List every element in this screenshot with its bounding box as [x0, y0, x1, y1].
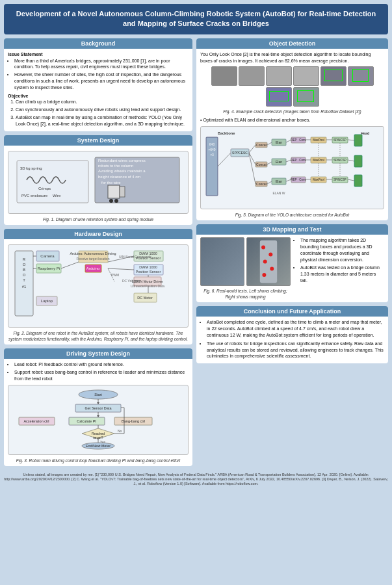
driving-list: Lead robot: PI feedback control with gro… — [8, 361, 189, 382]
svg-point-148 — [261, 246, 265, 250]
svg-text:Elan: Elan — [275, 140, 281, 144]
crack-img-1 — [211, 66, 237, 86]
svg-text:MaxPool: MaxPool — [313, 178, 324, 181]
svg-line-136 — [348, 160, 354, 161]
footer: Unless stated, all images are created by… — [4, 473, 388, 486]
svg-line-48 — [108, 268, 134, 270]
yolo-diagram-box: Backbone Head 640 ×640 ×3 SPPCESC — [200, 126, 384, 209]
svg-text:B: B — [23, 268, 25, 272]
flowchart-box: Start Get Sensor Data — [8, 385, 189, 455]
left-column: Background Issue Statement More than a t… — [4, 38, 192, 470]
main-columns: Background Issue Statement More than a t… — [4, 38, 388, 470]
poster: Development of a Novel Autonomous Column… — [0, 0, 392, 585]
svg-text:PWM: PWM — [111, 273, 119, 277]
svg-rect-122 — [354, 175, 362, 187]
background-section: Background Issue Statement More than a t… — [4, 38, 192, 131]
map-photo-right — [246, 237, 291, 286]
wire-diagram-box: 3D kg spring PVC enclosure Wire Crimps A… — [8, 151, 189, 214]
svg-rect-11 — [108, 185, 120, 198]
svg-text:Get Sensor Data: Get Sensor Data — [85, 406, 112, 410]
svg-text:Arduino: Arduino — [86, 266, 100, 270]
crack-det-1 — [320, 66, 346, 86]
svg-text:Raspberry Pi: Raspberry Pi — [38, 266, 60, 270]
svg-line-126 — [249, 153, 255, 184]
wire-diagram-svg: 3D kg spring PVC enclosure Wire Crimps A… — [14, 154, 183, 209]
svg-point-150 — [263, 260, 267, 264]
flowchart-svg: Start Get Sensor Data — [14, 388, 183, 450]
mapping-caption: Fig. 6. Real-world tests. Left shows cli… — [200, 288, 291, 300]
svg-line-123 — [218, 153, 231, 166]
svg-text:Acceleration ctrl: Acceleration ctrl — [23, 419, 49, 423]
svg-line-46 — [61, 262, 79, 268]
svg-text:Laptop: Laptop — [41, 299, 53, 303]
bridge-column-viz — [247, 238, 290, 285]
svg-text:robots to the column: robots to the column — [98, 164, 133, 168]
issue-item-2: However, the sheer number of sites, the … — [14, 72, 189, 90]
svg-text:Avoiding wheels maintain a: Avoiding wheels maintain a — [98, 169, 146, 173]
crack-det-2 — [348, 66, 374, 86]
svg-text:Concat: Concat — [256, 162, 267, 166]
objective-label: Objective — [8, 93, 189, 99]
svg-text:End/Next Meter: End/Next Meter — [86, 444, 111, 448]
svg-text:T: T — [23, 278, 25, 282]
svg-line-127 — [267, 142, 272, 145]
driving-item-1: Lead robot: PI feedback control with gro… — [14, 361, 189, 368]
system-design-header: System Design — [4, 135, 192, 146]
svg-text:DC Motor: DC Motor — [137, 296, 153, 300]
mapping-item-1: The mapping algorithm takes 2D bounding … — [300, 237, 384, 263]
svg-text:ELAN W: ELAN W — [272, 191, 285, 195]
objective-1: Can climb up a bridge column. — [16, 99, 189, 105]
mapping-list: The mapping algorithm takes 2D bounding … — [294, 237, 384, 284]
mapping-header: 3D Mapping and Test — [196, 224, 388, 235]
svg-text:MaxPool: MaxPool — [313, 159, 324, 162]
svg-text:REP · Conv: REP · Conv — [291, 138, 306, 142]
od-text: You Only Look Once [2] is the real-time … — [200, 51, 384, 64]
svg-text:Redundant wires compress: Redundant wires compress — [98, 159, 146, 162]
hardware-diagram-svg: R O B O T #1 Camera Raspberry Pi — [14, 248, 183, 322]
svg-marker-59 — [97, 402, 99, 404]
svg-text:UIN Serial Commands: UIN Serial Commands — [119, 255, 151, 259]
svg-text:R: R — [23, 257, 26, 261]
yolo-arch-svg: Backbone Head 640 ×640 ×3 SPPCESC — [205, 129, 380, 204]
conclusion-body: AutoBot completed one cycle, defined as … — [196, 317, 388, 363]
svg-text:×640: ×640 — [208, 148, 215, 151]
issue-list: More than a third of America's bridges, … — [8, 58, 189, 91]
svg-line-131 — [348, 140, 354, 140]
issue-item-1: More than a third of America's bridges, … — [14, 58, 189, 71]
crack-img-3 — [266, 66, 292, 86]
mapping-text: The mapping algorithm takes 2D bounding … — [294, 237, 384, 300]
poster-title: Development of a Novel Autonomous Column… — [4, 4, 388, 34]
mapping-body: Fig. 6. Real-world tests. Left shows cli… — [196, 235, 388, 302]
svg-text:Elan: Elan — [275, 179, 281, 183]
svg-text:PVC enclosure: PVC enclosure — [21, 194, 48, 198]
hardware-caption: Fig. 2. Diagram of one robot in the Auto… — [8, 330, 189, 342]
svg-line-125 — [249, 153, 255, 164]
svg-text:DWM 1000: DWM 1000 — [139, 265, 157, 269]
svg-text:for the wire: for the wire — [101, 181, 121, 185]
od-fig-caption: Fig. 4. Example crack detection (images … — [200, 109, 384, 114]
mapping-item-2: AutoBot was tested on a bridge column 1.… — [300, 265, 384, 283]
svg-rect-120 — [354, 135, 362, 146]
title-text: Development of a Novel Autonomous Column… — [16, 10, 376, 27]
driving-section: Driving System Design Lead robot: PI fee… — [4, 348, 192, 465]
mapping-section: 3D Mapping and Test — [196, 224, 388, 302]
svg-text:3D kg spring: 3D kg spring — [20, 166, 42, 170]
hardware-design-header: Hardware Design — [4, 229, 192, 239]
svg-text:Crimps: Crimps — [38, 187, 51, 190]
objective-list: Can climb up a bridge column. Can synchr… — [8, 99, 189, 127]
svg-rect-121 — [354, 155, 362, 167]
hardware-design-body: R O B O T #1 Camera Raspberry Pi — [4, 239, 192, 344]
map-photo-left — [200, 237, 244, 286]
svg-marker-63 — [97, 415, 99, 417]
svg-rect-12 — [120, 187, 125, 197]
svg-line-137 — [267, 181, 272, 184]
svg-text:Bang-bang ctrl: Bang-bang ctrl — [122, 419, 145, 423]
svg-text:Concat: Concat — [256, 143, 267, 147]
driving-body: Lead robot: PI feedback control with gro… — [4, 359, 192, 465]
footer-text: Unless stated, all images are created by… — [4, 473, 388, 486]
svg-text:SPPCESC: SPPCESC — [232, 151, 248, 155]
conclusion-list: AutoBot completed one cycle, defined as … — [200, 319, 384, 359]
mapping-photos: Fig. 6. Real-world tests. Left shows cli… — [200, 237, 291, 300]
hardware-design-section: Hardware Design R O B O T #1 — [4, 229, 192, 344]
svg-text:SP/NCSP: SP/NCSP — [333, 159, 346, 162]
